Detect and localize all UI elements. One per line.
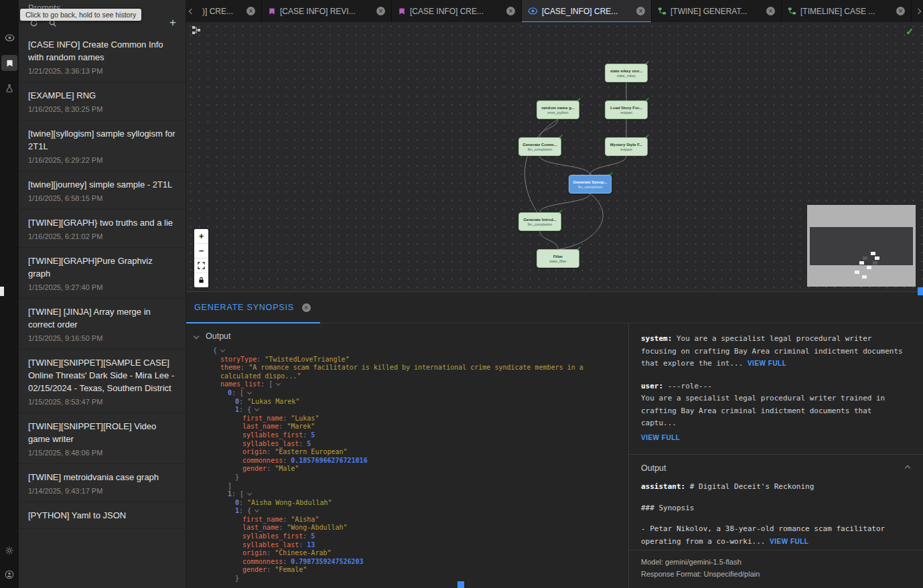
flow-node[interactable]: Filterstate_filter✓ (537, 249, 579, 268)
json-line: last_name: "Wong-Abdullah" (213, 524, 628, 532)
editor-tab[interactable]: )] CRE...× (196, 0, 262, 22)
prompt-list-item[interactable]: [EXAMPLE] RNG1/16/2025, 8:30:25 PM (19, 82, 186, 121)
json-line: ] (213, 482, 628, 491)
tab-close-icon[interactable]: × (766, 7, 775, 15)
prompt-list-item[interactable]: [TWINE][SNIPPET][SAMPLE CASE] Online Thr… (19, 350, 186, 413)
json-line: origin: "Eastern European" (213, 448, 628, 457)
view-full-link[interactable]: VIEW FULL (748, 360, 786, 367)
flow-node[interactable]: Generate Synop...llm_completion✓ (569, 175, 612, 194)
node-success-check-icon: ✓ (558, 208, 563, 215)
zoom-in-button[interactable]: + (194, 229, 208, 244)
flow-node[interactable]: Load Story For...snippet✓ (605, 100, 648, 119)
prompt-title: [TWINE] metroidvania case graph (28, 471, 176, 484)
editor-tab[interactable]: [CASE INFO] REVI...× (262, 0, 392, 22)
fit-view-button[interactable] (194, 259, 208, 273)
minimap[interactable] (807, 205, 916, 287)
chevron-right-icon (915, 8, 920, 13)
editor-tabbar: )] CRE...×[CASE INFO] REVI...×[CASE INFO… (186, 0, 923, 23)
eye-icon[interactable] (1, 29, 17, 46)
completion-output-header[interactable]: Output (641, 455, 911, 481)
json-line: first_name: "Lukas" (213, 415, 628, 423)
tab-close-icon[interactable]: × (896, 7, 905, 15)
prompts-icon[interactable] (1, 55, 17, 71)
tabs-scroll-right-button[interactable] (913, 0, 923, 22)
json-line: commonness: 0.18576966276721016 (213, 457, 628, 465)
close-icon[interactable]: × (302, 303, 311, 312)
prompt-title: [CASE INFO] Create Common Info with rand… (28, 38, 176, 64)
json-output-header[interactable]: Output (186, 323, 628, 347)
flow-node[interactable]: state mkey stor...state_mkey✓ (605, 64, 648, 82)
prompt-list-item[interactable]: [CASE INFO] Create Common Info with rand… (19, 31, 186, 82)
node-title: state mkey stor... (610, 69, 643, 73)
prompt-title: [TWINE][GRAPH} two truths and a lie (28, 216, 176, 229)
tab-label: [CASE_INFO] CRE... (542, 7, 632, 16)
json-line: 0: [ (213, 389, 628, 398)
add-prompt-button[interactable]: + (169, 18, 176, 27)
flow-canvas[interactable]: state mkey stor...state_mkey✓random name… (186, 22, 923, 291)
view-full-link[interactable]: VIEW FULL (770, 538, 808, 545)
tab-close-icon[interactable]: × (506, 7, 515, 15)
prompt-list-item[interactable]: [twine][journey] simple sample - 2T1L1/1… (19, 171, 186, 210)
prompt-list-item[interactable]: [TWINE][GRAPH]Pure Graphviz graph1/15/20… (19, 248, 186, 299)
node-output-tab[interactable]: GENERATE SYNOPSIS × (186, 292, 320, 323)
collapse-icon[interactable] (247, 491, 252, 496)
message-role: system: (641, 334, 677, 343)
json-line: names_list: [ (213, 380, 628, 389)
collapse-icon[interactable] (255, 407, 259, 411)
tab-close-icon[interactable]: × (636, 7, 645, 15)
prompt-list-item[interactable]: [TWINE] [JINJA] Array merge in correct o… (19, 299, 186, 350)
collapse-icon[interactable] (220, 348, 225, 352)
message: system: You are a specialist legal proce… (641, 333, 911, 370)
lock-button[interactable] (194, 273, 208, 287)
collapse-icon[interactable] (255, 508, 259, 512)
flow-node[interactable]: Generate Introd...llm_completion✓ (518, 212, 561, 231)
tab-close-icon[interactable]: × (246, 7, 255, 15)
prompt-title: [TWINE] [JINJA] Array merge in correct o… (28, 305, 176, 331)
settings-icon[interactable] (1, 542, 17, 559)
left-resize-handle[interactable] (0, 287, 4, 296)
prompt-timestamp: 1/15/2025, 9:16:50 PM (28, 334, 176, 342)
editor-tab[interactable]: [TIMELINE] CASE ...× (782, 0, 912, 22)
account-icon[interactable] (1, 567, 17, 583)
messages-pane: system: You are a specialist legal proce… (628, 323, 923, 588)
tabs-scroll-left-button[interactable] (186, 0, 196, 22)
prompt-list-item[interactable]: [TWINE][GRAPH} two truths and a lie1/16/… (19, 210, 186, 248)
main-area: )] CRE...×[CASE INFO] REVI...×[CASE INFO… (186, 0, 923, 588)
message-role: user: (641, 382, 668, 390)
assistant-output: assistant: # Digital Deceit's Reckoning#… (641, 481, 911, 548)
flow-node[interactable]: random name g...exec_python✓ (537, 100, 579, 119)
chevron-up-icon (905, 465, 910, 471)
prompt-list-item[interactable]: [PYTHON] Yaml to JSON (19, 502, 186, 529)
node-title: Load Story For... (610, 106, 642, 110)
chevron-left-icon (188, 8, 194, 13)
json-tree: {storyType: "TwistedLoveTriangle"theme: … (186, 347, 628, 583)
prompt-list-item[interactable]: [TWINE] metroidvania case graph1/14/2025… (19, 464, 186, 502)
collapse-icon[interactable] (247, 390, 252, 394)
prompt-list-item[interactable]: [twine][syllogism] sample syllogism for … (19, 121, 186, 171)
tab-close-icon[interactable]: × (376, 7, 385, 15)
node-subtitle: snippet (620, 147, 632, 151)
app-root: Prompts Click to go back, hold to see hi… (0, 0, 923, 588)
zoom-out-button[interactable]: − (194, 244, 208, 259)
editor-tab[interactable]: [TWINE] GENERAT...× (652, 0, 782, 22)
node-title: Generate Introd... (523, 218, 557, 222)
view-full-link[interactable]: VIEW FULL (641, 432, 911, 445)
editor-tab[interactable]: [CASE INFO] CRE...× (392, 0, 522, 22)
flask-icon[interactable] (1, 80, 17, 96)
json-line: syllables_first: 5 (213, 532, 628, 541)
json-line: { (213, 347, 628, 356)
assistant-line: ### Synopsis (641, 502, 911, 515)
prompt-list-item[interactable]: [TWINE][SNIPPET][ROLE] Video game writer… (19, 413, 186, 464)
prompt-timestamp: 1/16/2025, 6:21:02 PM (28, 232, 176, 240)
editor-tab[interactable]: [CASE_INFO] CRE...× (522, 0, 652, 22)
flow-node[interactable]: Generate Comm...llm_completion✓ (518, 137, 561, 156)
flow-icon (788, 7, 796, 15)
flow-node[interactable]: Mystery Style F...snippet✓ (605, 137, 648, 156)
assistant-text: # Digital Deceit's Reckoning (690, 482, 814, 491)
minimap-node (867, 266, 871, 269)
right-resize-handle[interactable] (918, 287, 923, 295)
messages-list: system: You are a specialist legal proce… (641, 333, 911, 444)
collapse-icon[interactable] (276, 381, 281, 386)
auto-layout-icon[interactable] (192, 25, 201, 38)
bottom-resize-handle[interactable] (457, 581, 464, 588)
